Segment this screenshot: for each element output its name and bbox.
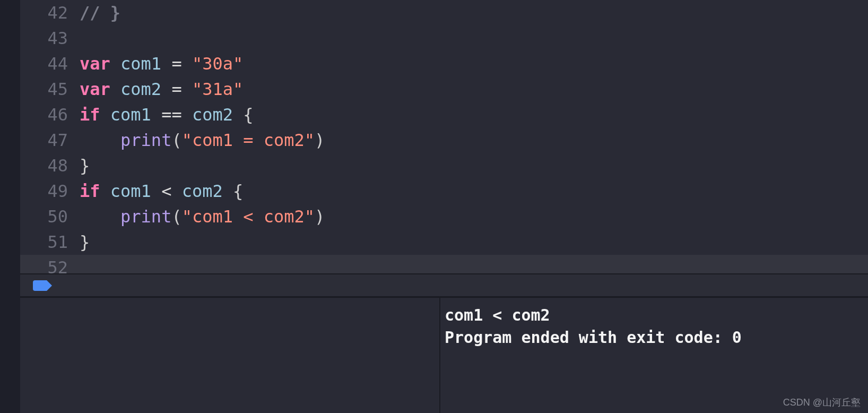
- console-row: com1 < com2 Program ended with exit code…: [20, 297, 868, 413]
- code-line[interactable]: 42// }: [20, 0, 868, 25]
- variables-pane[interactable]: [20, 298, 440, 413]
- code-content: }: [80, 229, 90, 255]
- code-line[interactable]: 47 print("com1 = com2"): [20, 127, 868, 153]
- line-number: 49: [20, 178, 80, 204]
- breadcrumb-tag-icon[interactable]: [33, 280, 47, 291]
- code-line[interactable]: 51}: [20, 229, 868, 255]
- code-editor[interactable]: 42// }4344var com1 = "30a"45var com2 = "…: [20, 0, 868, 273]
- line-number: 46: [20, 102, 80, 127]
- code-content: var com2 = "31a": [80, 76, 243, 102]
- code-content: var com1 = "30a": [80, 51, 243, 76]
- code-line[interactable]: 49if com1 < com2 {: [20, 178, 868, 204]
- line-number: 47: [20, 127, 80, 153]
- line-number: 44: [20, 51, 80, 76]
- line-number: 48: [20, 153, 80, 178]
- line-number: 43: [20, 25, 80, 51]
- code-line[interactable]: 44var com1 = "30a": [20, 51, 868, 76]
- line-number: 45: [20, 76, 80, 102]
- code-content: print("com1 < com2"): [80, 204, 325, 229]
- line-number: 51: [20, 229, 80, 255]
- left-gutter: [0, 0, 20, 273]
- code-content: if com1 < com2 {: [80, 178, 243, 204]
- watermark-text: CSDN @山河丘壑: [783, 396, 861, 409]
- code-content: }: [80, 153, 90, 178]
- code-line[interactable]: 45var com2 = "31a": [20, 76, 868, 102]
- code-content: print("com1 = com2"): [80, 127, 325, 153]
- line-number: 50: [20, 204, 80, 229]
- line-number: 42: [20, 0, 80, 25]
- console-line: Program ended with exit code: 0: [445, 328, 742, 347]
- code-content: if com1 == com2 {: [80, 102, 254, 127]
- code-line[interactable]: 46if com1 == com2 {: [20, 102, 868, 127]
- code-line[interactable]: 48}: [20, 153, 868, 178]
- code-content: // }: [80, 0, 120, 25]
- code-line[interactable]: 43: [20, 25, 868, 51]
- console-line: com1 < com2: [445, 306, 550, 324]
- breadcrumb-bar[interactable]: [20, 273, 868, 297]
- code-line[interactable]: 50 print("com1 < com2"): [20, 204, 868, 229]
